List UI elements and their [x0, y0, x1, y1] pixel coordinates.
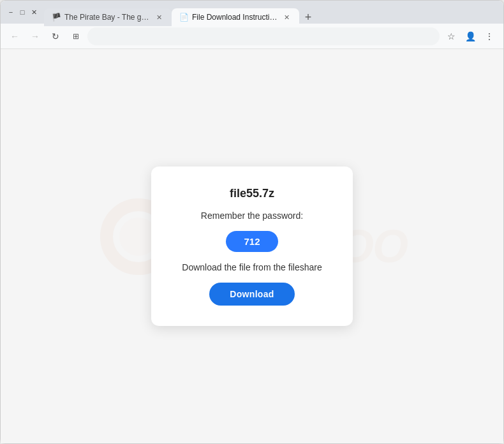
tab-favicon-2: 📄	[179, 13, 188, 22]
minimize-button[interactable]: −	[6, 7, 16, 17]
file-name: file55.7z	[230, 187, 274, 200]
nav-right: ☆ 👤 ⋮	[442, 27, 498, 45]
tab-label-2: File Download Instructions for...	[192, 13, 278, 22]
download-button[interactable]: Download	[209, 283, 294, 306]
refresh-button[interactable]: ↻	[47, 27, 64, 45]
content-area: FISHLOO file55.7z Remember the password:…	[1, 49, 503, 443]
bookmark-icon: ☆	[447, 31, 456, 41]
refresh-icon: ↻	[52, 31, 59, 41]
nav-bar: ← → ↻ ⊞ ☆ 👤 ⋮	[1, 24, 503, 49]
profile-icon: 👤	[465, 31, 476, 41]
close-button[interactable]: ✕	[29, 7, 39, 17]
download-instruction: Download the file from the fileshare	[182, 262, 322, 272]
menu-icon: ⋮	[485, 31, 494, 41]
menu-button[interactable]: ⋮	[480, 27, 498, 45]
tab-close-1[interactable]: ✕	[154, 12, 164, 22]
new-tab-button[interactable]: +	[299, 8, 317, 26]
back-button[interactable]: ←	[6, 27, 24, 45]
title-bar: − □ ✕ 🏴 The Pirate Bay - The galaxy's m.…	[1, 1, 503, 24]
card-overlay: file55.7z Remember the password: 712 Dow…	[1, 49, 503, 443]
browser-window: − □ ✕ 🏴 The Pirate Bay - The galaxy's m.…	[0, 0, 504, 444]
tab-file-download[interactable]: 📄 File Download Instructions for... ✕	[172, 8, 299, 26]
address-bar[interactable]	[87, 27, 440, 45]
window-controls: − □ ✕	[6, 7, 39, 17]
restore-button[interactable]: □	[17, 7, 27, 17]
bookmark-button[interactable]: ☆	[442, 27, 460, 45]
tab-favicon-1: 🏴	[52, 13, 61, 22]
tab-pirate-bay[interactable]: 🏴 The Pirate Bay - The galaxy's m... ✕	[44, 8, 172, 26]
tab-close-2[interactable]: ✕	[281, 12, 292, 22]
remember-password-label: Remember the password:	[201, 211, 303, 221]
tabs-container: 🏴 The Pirate Bay - The galaxy's m... ✕ 📄…	[44, 1, 498, 24]
forward-icon: →	[31, 31, 40, 41]
forward-button[interactable]: →	[26, 27, 44, 45]
extensions-button[interactable]: ⊞	[67, 27, 85, 45]
extensions-icon: ⊞	[73, 32, 79, 41]
password-badge: 712	[226, 231, 278, 252]
back-icon: ←	[10, 31, 19, 41]
profile-button[interactable]: 👤	[461, 27, 479, 45]
tab-label-1: The Pirate Bay - The galaxy's m...	[64, 13, 150, 22]
download-card: file55.7z Remember the password: 712 Dow…	[151, 166, 352, 326]
